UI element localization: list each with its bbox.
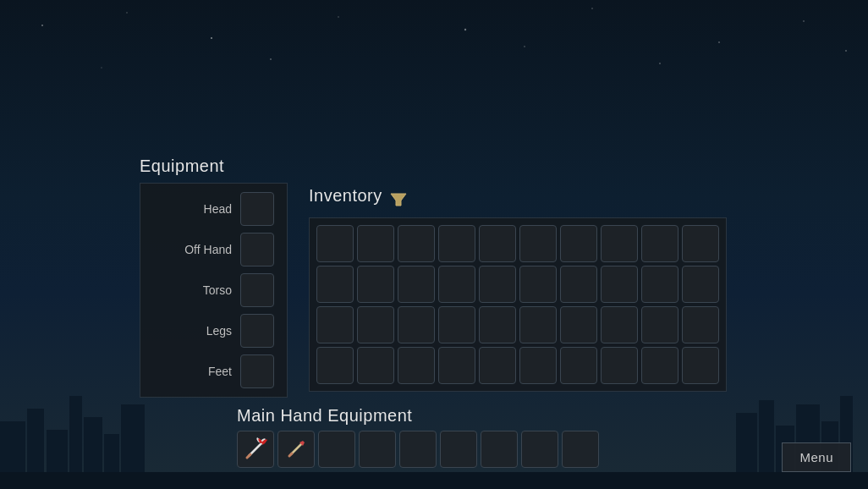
- inventory-slot-33[interactable]: [438, 347, 475, 384]
- offhand-slot-label: Off Hand: [184, 243, 232, 256]
- inventory-slot-3[interactable]: [438, 225, 475, 262]
- main-hand-slot-6[interactable]: [481, 431, 518, 468]
- svg-line-31: [289, 453, 292, 456]
- inventory-slot-39[interactable]: [682, 347, 719, 384]
- main-hand-slot-3[interactable]: [359, 431, 396, 468]
- ui-layer: Equipment Head Off Hand Torso Legs Feet: [0, 0, 868, 489]
- inventory-slot-21[interactable]: [357, 306, 394, 343]
- inventory-filter-icon[interactable]: [389, 192, 408, 207]
- inventory-slot-5[interactable]: [519, 225, 557, 262]
- equipment-title: Equipment: [140, 157, 288, 176]
- main-hand-slots: [237, 431, 599, 468]
- inventory-slot-4[interactable]: [479, 225, 516, 262]
- main-hand-slot-4[interactable]: [399, 431, 437, 468]
- inventory-slot-1[interactable]: [357, 225, 394, 262]
- main-hand-slot-8[interactable]: [562, 431, 599, 468]
- inventory-grid: [316, 225, 719, 384]
- inventory-slot-23[interactable]: [438, 306, 475, 343]
- inventory-slot-29[interactable]: [682, 306, 719, 343]
- inventory-slot-31[interactable]: [357, 347, 394, 384]
- inventory-slot-14[interactable]: [479, 266, 516, 303]
- inventory-slot-32[interactable]: [398, 347, 435, 384]
- main-hand-slot-0[interactable]: [237, 431, 274, 468]
- shovel-icon: [283, 436, 310, 463]
- head-slot-row: Head: [153, 192, 274, 226]
- offhand-slot-row: Off Hand: [153, 233, 274, 266]
- inventory-slot-10[interactable]: [316, 266, 354, 303]
- equipment-panel: Equipment Head Off Hand Torso Legs Feet: [140, 157, 288, 398]
- svg-line-29: [247, 454, 250, 458]
- inventory-slot-34[interactable]: [479, 347, 516, 384]
- torso-slot-label: Torso: [203, 283, 232, 297]
- main-hand-slot-7[interactable]: [521, 431, 558, 468]
- inventory-slot-2[interactable]: [398, 225, 435, 262]
- inventory-title: Inventory: [309, 186, 382, 206]
- inventory-slot-6[interactable]: [560, 225, 597, 262]
- inventory-slot-18[interactable]: [641, 266, 678, 303]
- main-hand-slot-1[interactable]: [277, 431, 315, 468]
- main-hand-panel: Main Hand Equipment: [237, 406, 599, 468]
- head-slot-label: Head: [204, 202, 232, 216]
- inventory-slot-25[interactable]: [519, 306, 557, 343]
- torso-slot-row: Torso: [153, 273, 274, 307]
- legs-slot-row: Legs: [153, 314, 274, 348]
- inventory-slot-17[interactable]: [601, 266, 638, 303]
- feet-slot-row: Feet: [153, 354, 274, 388]
- pickaxe-icon: [242, 436, 269, 463]
- inventory-slot-36[interactable]: [560, 347, 597, 384]
- equipment-slots-container: Head Off Hand Torso Legs Feet: [140, 183, 288, 398]
- inventory-slot-0[interactable]: [316, 225, 354, 262]
- svg-marker-27: [391, 194, 406, 206]
- inventory-slot-19[interactable]: [682, 266, 719, 303]
- inventory-slot-24[interactable]: [479, 306, 516, 343]
- inventory-slot-26[interactable]: [560, 306, 597, 343]
- main-hand-slot-5[interactable]: [440, 431, 477, 468]
- inventory-slot-27[interactable]: [601, 306, 638, 343]
- inventory-slot-20[interactable]: [316, 306, 354, 343]
- inventory-slot-8[interactable]: [641, 225, 678, 262]
- inventory-slot-22[interactable]: [398, 306, 435, 343]
- offhand-slot[interactable]: [240, 233, 274, 266]
- inventory-slot-35[interactable]: [519, 347, 557, 384]
- legs-slot-label: Legs: [206, 324, 232, 338]
- inventory-slot-30[interactable]: [316, 347, 354, 384]
- inventory-slot-12[interactable]: [398, 266, 435, 303]
- head-slot[interactable]: [240, 192, 274, 226]
- legs-slot[interactable]: [240, 314, 274, 348]
- inventory-slot-11[interactable]: [357, 266, 394, 303]
- inventory-slot-7[interactable]: [601, 225, 638, 262]
- torso-slot[interactable]: [240, 273, 274, 307]
- inventory-slot-16[interactable]: [560, 266, 597, 303]
- feet-slot[interactable]: [240, 354, 274, 388]
- main-hand-title: Main Hand Equipment: [237, 406, 599, 426]
- inventory-slot-9[interactable]: [682, 225, 719, 262]
- menu-button[interactable]: Menu: [782, 442, 851, 472]
- inventory-slot-13[interactable]: [438, 266, 475, 303]
- inventory-slot-38[interactable]: [641, 347, 678, 384]
- inventory-slot-15[interactable]: [519, 266, 557, 303]
- inventory-panel: Inventory: [309, 186, 727, 392]
- inventory-slot-37[interactable]: [601, 347, 638, 384]
- feet-slot-label: Feet: [208, 365, 232, 378]
- inventory-grid-container: [309, 217, 727, 392]
- main-hand-slot-2[interactable]: [318, 431, 355, 468]
- inventory-slot-28[interactable]: [641, 306, 678, 343]
